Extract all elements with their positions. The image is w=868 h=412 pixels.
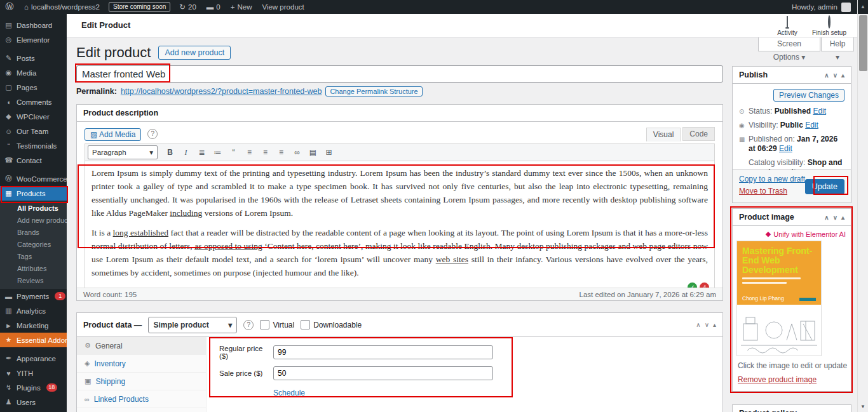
editor-help-icon[interactable]: ? (147, 129, 158, 139)
visual-tab[interactable]: Visual (646, 128, 681, 142)
numbered-list-button[interactable]: ≔ (210, 146, 225, 159)
align-center-button[interactable]: ≡ (258, 146, 273, 159)
sidebar-item-wpclever[interactable]: ◆WPClever (0, 109, 67, 124)
sidebar-item-woocommerce[interactable]: ⓌWooCommerce (0, 171, 67, 186)
sidebar-item-our-team[interactable]: ☺Our Team (0, 124, 67, 138)
site-menu[interactable]: ⌂ localhost/wordpress2 (19, 0, 105, 14)
sidebar-item-elementor[interactable]: ◎Elementor (0, 32, 67, 47)
tab-inventory[interactable]: ◈Inventory (77, 355, 206, 373)
view-product-link[interactable]: View product (257, 0, 309, 14)
comments-menu[interactable]: ▬ 0 (201, 0, 226, 14)
publish-header[interactable]: Publish ∧ ∨ ▴ (733, 67, 851, 84)
store-coming-soon-badge[interactable]: Store coming soon (109, 2, 170, 12)
sidebar-item-marketing[interactable]: ►Marketing (0, 318, 67, 333)
submenu-categories[interactable]: Categories (0, 239, 67, 251)
tab-shipping[interactable]: ▣Shipping (77, 373, 206, 390)
vertical-scrollbar[interactable]: ▲ ▼ (857, 0, 868, 412)
order-up-icon[interactable]: ∧ (824, 72, 829, 79)
sidebar-item-posts[interactable]: ✎Posts (0, 51, 67, 65)
sidebar-item-users[interactable]: ♟Users (0, 395, 67, 409)
sidebar-item-plugins[interactable]: ↯Plugins18 (0, 380, 67, 395)
permalink-url-link[interactable]: http://localhost/wordpress2/?product=mas… (121, 87, 322, 96)
toggle-panel-icon[interactable]: ▴ (841, 410, 844, 412)
order-down-icon[interactable]: ∨ (833, 214, 837, 221)
edit-visibility-link[interactable]: Edit (805, 121, 818, 130)
toggle-panel-icon[interactable]: ▴ (841, 72, 844, 79)
tab-linked-products[interactable]: ∞Linked Products (77, 390, 206, 408)
align-right-button[interactable]: ≡ (274, 146, 288, 159)
admin-bar-account[interactable]: Howdy, admin (792, 3, 857, 12)
order-up-icon[interactable]: ∧ (824, 214, 829, 221)
product-title-input[interactable] (76, 65, 723, 83)
product-image-thumbnail[interactable]: Mastering Front-End Web Development Chon… (736, 241, 822, 356)
published-on-row: ▦ Published on: Jan 7, 2026 at 06:29 Edi… (739, 135, 844, 154)
schedule-link[interactable]: Schedule (273, 389, 305, 397)
paragraph-format-select[interactable]: Paragraph▾ (88, 145, 158, 159)
help-tab[interactable]: Help ▾ (821, 37, 854, 51)
sale-price-input[interactable] (273, 366, 493, 380)
sidebar-item-pages[interactable]: ▢Pages (0, 80, 67, 95)
sidebar-item-yith[interactable]: ♥YITH (0, 366, 67, 380)
sidebar-item-payments[interactable]: ▬Payments1 (0, 289, 67, 303)
toolbar-toggle-button[interactable]: ⊞ (322, 146, 336, 159)
description-panel-header[interactable]: Product description (77, 105, 722, 122)
elementor-ai-link[interactable]: ◆ Unify with Elementor AI (738, 230, 846, 238)
sidebar-item-dashboard[interactable]: ▤Dashboard (0, 18, 67, 32)
sidebar-item-comments[interactable]: ◖Comments (0, 95, 67, 109)
submenu-add-new-product[interactable]: Add new product (0, 215, 67, 227)
order-down-icon[interactable]: ∨ (705, 321, 709, 328)
add-new-product-button[interactable]: Add new product (158, 46, 231, 60)
editor-content[interactable]: Lorem Ipsum is simply dummy text of the … (85, 161, 714, 296)
product-image-header[interactable]: Product image ∧ ∨ ▴ (733, 209, 851, 226)
bulleted-list-button[interactable]: ≣ (194, 146, 209, 159)
sidebar-item-media[interactable]: ◉Media (0, 65, 67, 80)
sidebar-item-contact[interactable]: ☎Contact (0, 153, 67, 168)
regular-price-input[interactable] (273, 345, 493, 359)
edit-published-link[interactable]: Edit (779, 144, 792, 153)
read-more-button[interactable]: ▤ (306, 146, 320, 159)
submenu-attributes[interactable]: Attributes (0, 263, 67, 275)
submenu-tags[interactable]: Tags (0, 251, 67, 263)
scroll-up-button[interactable]: ▲ (858, 0, 868, 14)
sidebar-item-appearance[interactable]: ✒Appearance (0, 351, 67, 366)
tab-general[interactable]: ⚙General (77, 337, 206, 355)
change-permalink-button[interactable]: Change Permalink Structure (325, 86, 422, 96)
wordpress-logo-menu[interactable]: Ⓦ (0, 0, 19, 14)
sidebar-item-products[interactable]: ▦Products (0, 186, 67, 201)
downloadable-checkbox[interactable]: Downloadable (301, 320, 362, 329)
submenu-brands[interactable]: Brands (0, 227, 67, 239)
bold-button[interactable]: B (163, 146, 177, 159)
order-down-icon[interactable]: ∨ (833, 72, 837, 79)
insert-link-button[interactable]: ∞ (290, 146, 304, 159)
italic-button[interactable]: I (179, 146, 193, 159)
updates-menu[interactable]: ↻ 20 (174, 0, 201, 14)
submenu-reviews[interactable]: Reviews (0, 275, 67, 287)
product-type-help-icon[interactable]: ? (243, 320, 254, 330)
order-up-icon[interactable]: ∧ (824, 410, 829, 412)
virtual-checkbox[interactable]: Virtual (260, 320, 294, 329)
order-up-icon[interactable]: ∧ (696, 321, 700, 328)
add-media-button[interactable]: ▨ Add Media (85, 128, 141, 141)
product-type-select[interactable]: Simple product▾ (148, 317, 237, 333)
toggle-panel-icon[interactable]: ▴ (713, 321, 716, 328)
align-left-button[interactable]: ≡ (242, 146, 257, 159)
sidebar-item-analytics[interactable]: ▥Analytics (0, 303, 67, 318)
edit-status-link[interactable]: Edit (813, 107, 826, 116)
update-button[interactable]: Update (805, 179, 844, 194)
sidebar-item-testimonials[interactable]: “Testimonials (0, 138, 67, 153)
code-tab[interactable]: Code (682, 127, 715, 141)
toggle-panel-icon[interactable]: ▴ (841, 214, 844, 221)
screen-options-tab[interactable]: Screen Options ▾ (758, 37, 820, 51)
submenu-all-products[interactable]: All Products (0, 203, 67, 215)
order-down-icon[interactable]: ∨ (833, 410, 837, 412)
sidebar-item-essential-addons[interactable]: ★Essential Addons1 (0, 333, 67, 347)
activity-button[interactable]: Activity (768, 17, 806, 36)
remove-product-image-link[interactable]: Remove product image (738, 375, 851, 384)
finish-setup-button[interactable]: Finish setup (810, 17, 848, 36)
new-content-menu[interactable]: + New (226, 0, 257, 14)
scroll-down-button[interactable]: ▼ (858, 401, 868, 412)
scrollbar-thumb[interactable] (859, 15, 867, 71)
preview-changes-button[interactable]: Preview Changes (773, 89, 844, 102)
blockquote-button[interactable]: “ (226, 146, 241, 159)
product-gallery-header[interactable]: Product gallery ∧ ∨ ▴ (733, 405, 851, 412)
